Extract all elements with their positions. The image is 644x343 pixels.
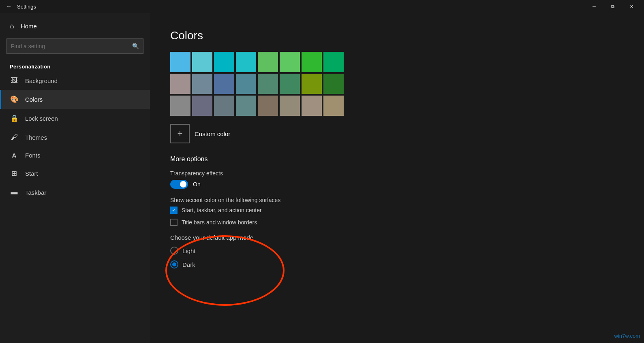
light-label: Light bbox=[182, 247, 196, 254]
color-swatch[interactable] bbox=[258, 96, 278, 116]
color-swatch[interactable] bbox=[192, 74, 212, 94]
colors-icon: 🎨 bbox=[10, 95, 19, 104]
sidebar-item-label: Fonts bbox=[25, 152, 41, 159]
color-swatch[interactable] bbox=[258, 52, 278, 72]
color-swatch[interactable] bbox=[214, 74, 234, 94]
lock-screen-icon: 🔒 bbox=[10, 114, 19, 123]
background-icon: 🖼 bbox=[10, 77, 19, 85]
search-icon: 🔍 bbox=[132, 43, 139, 49]
titlebar: ← Settings ─ ⧉ ✕ bbox=[0, 0, 644, 13]
color-swatch[interactable] bbox=[170, 96, 190, 116]
sidebar-item-label: Themes bbox=[25, 134, 47, 141]
color-swatch[interactable] bbox=[170, 74, 190, 94]
color-swatch[interactable] bbox=[280, 52, 300, 72]
sidebar-item-label: Colors bbox=[25, 96, 43, 103]
main-layout: ⌂ Home 🔍 Personalization 🖼 Background 🎨 … bbox=[0, 13, 644, 343]
search-input[interactable] bbox=[11, 43, 132, 49]
color-swatch[interactable] bbox=[192, 96, 212, 116]
transparency-row: Transparency effects On bbox=[170, 170, 624, 189]
search-box[interactable]: 🔍 bbox=[6, 38, 143, 54]
sidebar-item-colors[interactable]: 🎨 Colors bbox=[0, 90, 150, 109]
taskbar-checkbox-label: Start, taskbar, and action center bbox=[182, 207, 262, 213]
taskbar-checkbox[interactable] bbox=[170, 207, 178, 214]
fonts-icon: A bbox=[10, 152, 19, 159]
app-title: Settings bbox=[17, 4, 36, 10]
color-swatch[interactable] bbox=[323, 74, 344, 94]
color-swatch[interactable] bbox=[236, 96, 256, 116]
custom-color-button[interactable]: + Custom color bbox=[170, 124, 230, 143]
sidebar-item-fonts[interactable]: A Fonts bbox=[0, 147, 150, 164]
sidebar-item-themes[interactable]: 🖌 Themes bbox=[0, 128, 150, 147]
sidebar-item-label: Start bbox=[25, 170, 38, 177]
taskbar-checkbox-row: Start, taskbar, and action center bbox=[170, 207, 624, 214]
sidebar-item-label: Lock screen bbox=[25, 115, 58, 122]
color-swatch[interactable] bbox=[214, 52, 234, 72]
color-swatch[interactable] bbox=[170, 52, 190, 72]
sidebar-item-lock-screen[interactable]: 🔒 Lock screen bbox=[0, 109, 150, 128]
toggle-row: On bbox=[170, 180, 624, 189]
transparency-toggle[interactable] bbox=[170, 180, 188, 189]
color-swatch[interactable] bbox=[192, 52, 212, 72]
sidebar-section-title: Personalization bbox=[0, 60, 150, 71]
dark-mode-row: Dark bbox=[170, 260, 624, 268]
color-swatch[interactable] bbox=[302, 74, 322, 94]
transparency-state: On bbox=[193, 181, 201, 187]
start-icon: ⊞ bbox=[10, 169, 19, 178]
titlebar-checkbox-row: Title bars and window borders bbox=[170, 219, 624, 226]
close-button[interactable]: ✕ bbox=[622, 0, 641, 13]
color-swatch[interactable] bbox=[302, 52, 322, 72]
accent-surfaces-row: Show accent color on the following surfa… bbox=[170, 197, 624, 226]
sidebar-item-taskbar[interactable]: ▬ Taskbar bbox=[0, 183, 150, 202]
accent-surfaces-label: Show accent color on the following surfa… bbox=[170, 197, 624, 203]
sidebar-item-background[interactable]: 🖼 Background bbox=[0, 71, 150, 90]
color-grid bbox=[170, 52, 624, 116]
light-mode-row: Light bbox=[170, 247, 624, 255]
color-swatch[interactable] bbox=[302, 96, 322, 116]
themes-icon: 🖌 bbox=[10, 133, 19, 141]
titlebar-checkbox[interactable] bbox=[170, 219, 178, 226]
app-mode-title: Choose your default app mode bbox=[170, 234, 624, 241]
transparency-label: Transparency effects bbox=[170, 170, 624, 177]
page-title: Colors bbox=[170, 29, 624, 42]
color-swatch[interactable] bbox=[236, 74, 256, 94]
more-options-title: More options bbox=[170, 156, 624, 163]
color-swatch[interactable] bbox=[214, 96, 234, 116]
toggle-knob bbox=[180, 181, 186, 187]
taskbar-icon: ▬ bbox=[10, 188, 19, 196]
content-area: Colors + Custom color More options Trans… bbox=[150, 13, 644, 343]
home-nav-item[interactable]: ⌂ Home bbox=[0, 17, 150, 35]
back-button[interactable]: ← bbox=[3, 1, 15, 12]
custom-color-label: Custom color bbox=[195, 130, 230, 137]
window-controls: ─ ⧉ ✕ bbox=[585, 0, 641, 13]
home-label: Home bbox=[21, 23, 37, 30]
custom-color-box: + bbox=[170, 124, 190, 143]
sidebar-item-start[interactable]: ⊞ Start bbox=[0, 164, 150, 183]
light-radio[interactable] bbox=[170, 247, 178, 255]
color-swatch[interactable] bbox=[258, 74, 278, 94]
color-swatch[interactable] bbox=[236, 52, 256, 72]
titlebar-checkbox-label: Title bars and window borders bbox=[182, 219, 257, 226]
sidebar-item-label: Background bbox=[25, 77, 58, 84]
sidebar-item-label: Taskbar bbox=[25, 189, 47, 196]
dark-radio[interactable] bbox=[170, 260, 178, 268]
sidebar: ⌂ Home 🔍 Personalization 🖼 Background 🎨 … bbox=[0, 13, 150, 343]
restore-button[interactable]: ⧉ bbox=[603, 0, 622, 13]
app-mode-section: Choose your default app mode Light Dark bbox=[170, 234, 624, 268]
color-swatch[interactable] bbox=[323, 96, 344, 116]
watermark: win7w.com bbox=[614, 333, 640, 339]
color-swatch[interactable] bbox=[280, 74, 300, 94]
home-icon: ⌂ bbox=[10, 22, 14, 30]
minimize-button[interactable]: ─ bbox=[585, 0, 603, 13]
dark-label: Dark bbox=[182, 261, 195, 268]
color-swatch[interactable] bbox=[280, 96, 300, 116]
color-swatch[interactable] bbox=[323, 52, 344, 72]
